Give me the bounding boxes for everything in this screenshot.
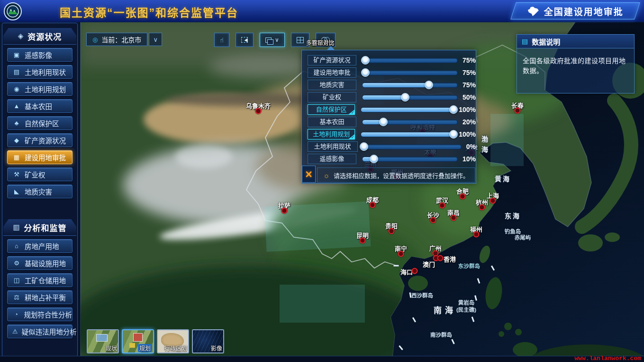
- layer-toggle-button[interactable]: 土地利用规划 ✓: [308, 129, 355, 139]
- region-dropdown-button[interactable]: ∨: [149, 33, 162, 46]
- map-toolbar: ☝ 点击查询 拉框查询 数据叠加 ∨ 多窗口对比 卷帘对比: [214, 33, 336, 47]
- sidebar: ◈ 资源状况 ▣ 遥感影像 ▤ 土地利用现状 ◉ 土地利用规划 ▲ 基本农田 ♣…: [2, 23, 78, 357]
- header-badge[interactable]: 全国建设用地审批: [510, 2, 640, 19]
- platform-logo: [4, 2, 22, 20]
- layer-label: 地质灾害: [319, 81, 344, 88]
- china-map-icon: [527, 6, 539, 16]
- opacity-slider[interactable]: [362, 95, 458, 100]
- sidebar-item[interactable]: ◫ 工矿仓储用地: [7, 273, 73, 287]
- section-icon: ▥: [13, 223, 20, 232]
- page-title: 国土资源“一张图”和综合监管平台: [60, 4, 238, 20]
- app-header: 国土资源“一张图”和综合监管平台 全国建设用地审批: [0, 0, 644, 22]
- basemap-thumbnail[interactable]: 影像: [192, 329, 224, 353]
- sidebar-section-header: ◈ 资源状况: [3, 28, 76, 45]
- slider-thumb[interactable]: [361, 56, 370, 65]
- sidebar-item[interactable]: ◔ 规划符合性分析: [7, 307, 73, 321]
- opacity-value: 75%: [463, 81, 476, 89]
- box-query-button[interactable]: 拉框查询: [236, 33, 254, 47]
- sidebar-item[interactable]: ▦ 建设用地审批: [7, 150, 73, 164]
- data-description-title: 数据说明: [532, 37, 560, 46]
- sidebar-item[interactable]: ◆ 矿产资源状况: [7, 133, 73, 147]
- data-overlay-panel: 矿产资源状况 ✓ 75% 建设用地审批 ✓ 75% 地质灾害 ✓ 75% 矿业权: [301, 50, 476, 184]
- sidebar-item[interactable]: ◣ 地质灾害: [7, 185, 73, 198]
- sidebar-section: ◈ 资源状况 ▣ 遥感影像 ▤ 土地利用现状 ◉ 土地利用规划 ▲ 基本农田 ♣…: [2, 28, 77, 198]
- document-icon: ▤: [522, 37, 528, 45]
- layer-toggle-button[interactable]: 矿产资源状况 ✓: [308, 55, 356, 65]
- sidebar-item-icon: ◆: [12, 137, 21, 144]
- overlay-layer-row: 土地利用规划 ✓ 100%: [302, 128, 476, 140]
- sidebar-item-label: 房地产用地: [25, 241, 59, 251]
- sidebar-item[interactable]: ▤ 土地利用现状: [7, 65, 73, 79]
- close-panel-button[interactable]: ×: [302, 166, 316, 183]
- layer-toggle-button[interactable]: 自然保护区 ✓: [308, 104, 355, 115]
- current-region-label: 当前：北京市: [101, 35, 141, 44]
- layer-toggle-button[interactable]: 基本农田 ✓: [308, 117, 356, 127]
- sidebar-item[interactable]: ⚒ 矿业权: [7, 167, 73, 181]
- header-badge-label: 全国建设用地审批: [544, 5, 624, 18]
- slider-thumb[interactable]: [379, 118, 388, 126]
- opacity-slider[interactable]: [361, 132, 454, 137]
- section-icon: ◈: [18, 32, 24, 40]
- multi-window-compare-button[interactable]: 多窗口对比: [291, 33, 309, 47]
- opacity-value: 10%: [463, 155, 476, 163]
- chevron-down-icon: ∨: [154, 36, 158, 43]
- opacity-slider[interactable]: [362, 157, 458, 162]
- basemap-thumbnail-label: 规划: [138, 344, 152, 352]
- toolbar-button-icon: ☝: [220, 37, 224, 44]
- watermark: www.lanlanwork.com: [575, 355, 641, 362]
- slider-thumb[interactable]: [449, 105, 458, 114]
- overlay-layer-row: 建设用地审批 ✓ 75%: [302, 66, 476, 79]
- slider-thumb[interactable]: [370, 155, 378, 163]
- sidebar-item[interactable]: ▲ 基本农田: [7, 99, 73, 113]
- sidebar-item-label: 工矿仓储用地: [25, 275, 66, 285]
- slider-thumb[interactable]: [360, 142, 368, 151]
- sidebar-item-label: 规划符合性分析: [24, 309, 73, 319]
- swipe-compare-button[interactable]: 卷帘对比: [316, 33, 336, 47]
- layer-toggle-button[interactable]: 地质灾害 ✓: [308, 80, 356, 90]
- sidebar-item-icon: ▣: [12, 51, 21, 58]
- sidebar-item[interactable]: ⚙ 基础设施用地: [7, 256, 73, 270]
- sidebar-item-label: 矿业权: [25, 169, 45, 179]
- slider-thumb[interactable]: [449, 130, 458, 139]
- opacity-slider[interactable]: [362, 83, 458, 88]
- sidebar-section-header: ▥ 分析和监管: [3, 219, 76, 236]
- sidebar-item[interactable]: ⚠ 疑似违法用地分析: [7, 325, 73, 338]
- sidebar-item[interactable]: ▣ 遥感影像: [7, 48, 73, 62]
- sidebar-item-icon: ◔: [12, 311, 20, 318]
- sidebar-item-label: 基本农田: [25, 101, 52, 111]
- sidebar-item[interactable]: ◉ 土地利用规划: [7, 82, 73, 96]
- sidebar-item-label: 耕地占补平衡: [25, 292, 66, 302]
- data-overlay-button[interactable]: 数据叠加 ∨: [260, 33, 285, 47]
- basemap-thumbnail[interactable]: 行政区划: [157, 329, 189, 353]
- basemap-thumbnail[interactable]: 现状: [87, 329, 119, 353]
- sidebar-item-label: 自然保护区: [25, 118, 59, 128]
- close-icon: ×: [305, 167, 312, 181]
- sidebar-item[interactable]: ⚖ 耕地占补平衡: [7, 290, 73, 304]
- click-query-button[interactable]: ☝ 点击查询: [214, 33, 229, 47]
- slider-thumb[interactable]: [361, 68, 370, 77]
- layer-toggle-button[interactable]: 矿业权 ✓: [308, 92, 356, 102]
- opacity-slider[interactable]: [362, 58, 458, 63]
- data-description-body: 全国各级政府批准的建设项目用地数据。: [517, 48, 634, 93]
- sidebar-item[interactable]: ♣ 自然保护区: [7, 116, 73, 130]
- mountain-logo-icon: [7, 5, 19, 18]
- data-description-panel: ▤ 数据说明 全国各级政府批准的建设项目用地数据。: [517, 34, 635, 93]
- layer-label: 基本农田: [319, 118, 344, 125]
- opacity-slider[interactable]: [363, 144, 462, 149]
- slider-fill: [363, 95, 405, 100]
- sidebar-item[interactable]: ⌂ 房地产用地: [7, 239, 73, 253]
- opacity-slider[interactable]: [361, 107, 454, 112]
- bottom-bar: [0, 356, 644, 362]
- layer-toggle-button[interactable]: 遥感影像 ✓: [308, 154, 356, 164]
- layer-toggle-button[interactable]: 建设用地审批 ✓: [308, 67, 356, 78]
- layer-toggle-button[interactable]: 土地利用现状 ✓: [308, 141, 358, 152]
- current-region-button[interactable]: ◎ 当前：北京市: [86, 33, 147, 46]
- opacity-slider[interactable]: [362, 70, 458, 75]
- sidebar-item-icon: ⚒: [12, 171, 21, 178]
- slider-thumb[interactable]: [425, 81, 433, 89]
- slider-thumb[interactable]: [401, 93, 409, 102]
- basemap-thumbnail[interactable]: 规划: [122, 329, 154, 353]
- region-selector: ◎ 当前：北京市 ∨: [86, 33, 162, 46]
- opacity-slider[interactable]: [362, 120, 458, 125]
- opacity-value: 50%: [463, 93, 476, 101]
